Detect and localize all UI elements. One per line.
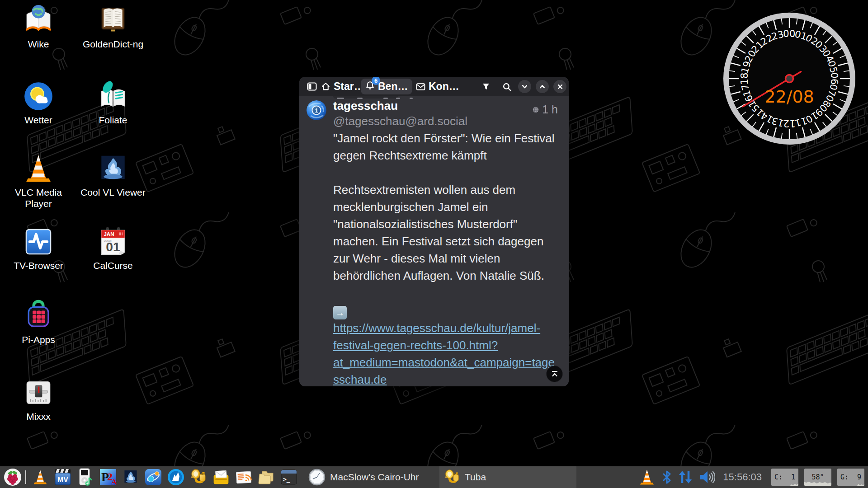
launcher-tuba[interactable] bbox=[187, 466, 210, 488]
desktop-icon-tvbrowser[interactable]: TV-Browser bbox=[5, 225, 72, 271]
desktop-icon-label: VLC Media Player bbox=[5, 187, 72, 209]
launcher-librewolf[interactable] bbox=[165, 466, 187, 488]
vlc-tray-icon[interactable] bbox=[638, 468, 656, 486]
desktop-icon-wetter[interactable]: Wetter bbox=[5, 80, 72, 126]
tuba-icon bbox=[444, 469, 460, 485]
post-link-line: →https://www.tagesschau.de/kultur/jamel-… bbox=[333, 301, 556, 386]
launcher-atom-app[interactable] bbox=[142, 466, 165, 488]
launcher-file-manager[interactable] bbox=[255, 466, 278, 488]
scroll-to-top-icon bbox=[551, 370, 559, 378]
launcher-coolvl[interactable] bbox=[119, 466, 142, 488]
svg-text:01: 01 bbox=[106, 239, 120, 254]
filter-icon bbox=[481, 82, 491, 91]
gpu-monitor[interactable]: G:9 bbox=[837, 469, 864, 486]
launcher-p2a[interactable]: P 2 A bbox=[97, 466, 119, 488]
cpu-graph bbox=[771, 481, 798, 486]
tab-conversations[interactable]: Kon… bbox=[411, 79, 464, 94]
launcher-terminal[interactable]: >_ bbox=[278, 466, 300, 488]
tuba-window: Star… 6 Ben… Kon… bbox=[299, 77, 569, 386]
volume-icon[interactable] bbox=[699, 470, 715, 484]
desktop-icon-label: Pi-Apps bbox=[22, 334, 55, 345]
clock-hour-label: 11 bbox=[793, 115, 808, 128]
desktop-icon-wike[interactable]: Wike bbox=[5, 4, 72, 50]
network-traffic-icon[interactable] bbox=[678, 470, 693, 484]
post-author[interactable]: tagesschau bbox=[333, 99, 398, 113]
tab-label: Kon… bbox=[429, 80, 459, 93]
close-icon bbox=[557, 84, 563, 90]
launcher-media-player[interactable] bbox=[74, 466, 97, 488]
clock-hour-numbers: 0001020304050607080910111213141516171819… bbox=[722, 12, 856, 145]
menu-button[interactable] bbox=[0, 466, 25, 488]
atom-orbit-icon bbox=[145, 469, 162, 486]
tab-label: Ben… bbox=[378, 80, 408, 93]
cairo-clock-widget: 0001020304050607080910111213141516171819… bbox=[722, 12, 856, 145]
coolvl-icon bbox=[96, 152, 130, 185]
rss-news-icon bbox=[235, 469, 252, 486]
close-button[interactable] bbox=[553, 80, 566, 93]
desktop-icon-piapps[interactable]: Pi-Apps bbox=[5, 299, 72, 345]
tab-notifications[interactable]: 6 Ben… bbox=[361, 79, 412, 94]
svg-text:1: 1 bbox=[315, 107, 318, 114]
vlc-icon bbox=[22, 152, 55, 185]
taskbar-window-tuba[interactable]: Tuba bbox=[439, 466, 576, 488]
desktop-icon-label: Foliate bbox=[99, 114, 127, 126]
bluetooth-icon[interactable] bbox=[662, 470, 672, 484]
raspberry-pi-icon bbox=[4, 468, 22, 486]
taskbar-window-label: MacSlow's Cairo-Uhr bbox=[330, 472, 419, 483]
system-tray: 15:56:03 C:1 58° G:9 bbox=[638, 468, 868, 486]
launcher-mail[interactable] bbox=[210, 466, 232, 488]
cpu-monitor[interactable]: C:1 bbox=[771, 469, 798, 486]
tray-clock: 15:56:03 bbox=[723, 471, 762, 483]
post-link[interactable]: https://www.tagesschau.de/kultur/jamel-f… bbox=[333, 321, 555, 386]
home-icon bbox=[321, 82, 330, 91]
taskbar-separator bbox=[25, 470, 26, 484]
desktop: Wike GoldenDict-ng bbox=[0, 0, 868, 488]
wetter-icon bbox=[22, 80, 55, 113]
desktop-icon-label: CalCurse bbox=[93, 260, 133, 271]
desktop-icon-foliate[interactable]: Foliate bbox=[79, 80, 147, 126]
librewolf-icon bbox=[167, 469, 184, 486]
avatar[interactable]: 1 bbox=[307, 100, 326, 120]
arrow-right-emoji: → bbox=[333, 306, 347, 319]
search-button[interactable] bbox=[500, 80, 514, 94]
tuba-header-bar: Star… 6 Ben… Kon… bbox=[299, 77, 569, 96]
search-icon bbox=[502, 82, 512, 92]
desktop-icon-coolvl[interactable]: Cool VL Viewer bbox=[79, 152, 147, 198]
filter-button[interactable] bbox=[479, 80, 493, 94]
post-text-block: "Jamel rockt den Förster": Wie ein Festi… bbox=[333, 130, 556, 386]
launcher-mv[interactable]: MV bbox=[52, 466, 74, 488]
temperature-monitor[interactable]: 58° bbox=[804, 469, 831, 486]
post-time: 1 h bbox=[542, 103, 558, 116]
envelope-icon bbox=[416, 83, 425, 91]
desktop-icon-label: Wetter bbox=[24, 114, 52, 126]
desktop-icon-label: Mixxx bbox=[26, 411, 51, 422]
launcher-news-reader[interactable] bbox=[232, 466, 255, 488]
scroll-to-top-button[interactable] bbox=[546, 366, 563, 382]
p2a-icon: P 2 A bbox=[99, 469, 117, 486]
desktop-icon-calcurse[interactable]: JAN LUNDI 01 CalCurse bbox=[79, 225, 147, 271]
launcher-vlc[interactable] bbox=[29, 466, 52, 488]
svg-text:MV: MV bbox=[57, 476, 68, 483]
scroll-up-button[interactable] bbox=[536, 80, 549, 93]
svg-text:JAN: JAN bbox=[104, 231, 114, 237]
piapps-icon bbox=[22, 299, 55, 333]
coolvl-icon bbox=[122, 469, 139, 486]
mv-converter-icon: MV bbox=[54, 469, 72, 486]
svg-text:>_: >_ bbox=[283, 476, 290, 483]
calcurse-icon: JAN LUNDI 01 bbox=[96, 225, 130, 258]
desktop-icon-goldendict[interactable]: GoldenDict-ng bbox=[79, 4, 147, 50]
desktop-icon-vlc[interactable]: VLC Media Player bbox=[5, 152, 72, 209]
mail-icon bbox=[212, 469, 230, 486]
tuba-icon bbox=[190, 469, 207, 486]
taskbar-window-label: Tuba bbox=[465, 472, 486, 483]
scroll-down-button[interactable] bbox=[518, 80, 531, 93]
notification-badge: 6 bbox=[372, 77, 380, 85]
goldendict-icon bbox=[96, 4, 130, 37]
post-handle: @tagesschau@ard.social bbox=[333, 114, 467, 128]
ipod-music-icon bbox=[77, 468, 94, 486]
gpu-graph bbox=[837, 481, 864, 486]
analog-clock-icon bbox=[308, 469, 326, 486]
desktop-icon-mixxx[interactable]: Mixxx bbox=[5, 376, 72, 422]
chevron-up-icon bbox=[539, 83, 546, 90]
taskbar-window-cairo-clock[interactable]: MacSlow's Cairo-Uhr bbox=[304, 466, 439, 488]
